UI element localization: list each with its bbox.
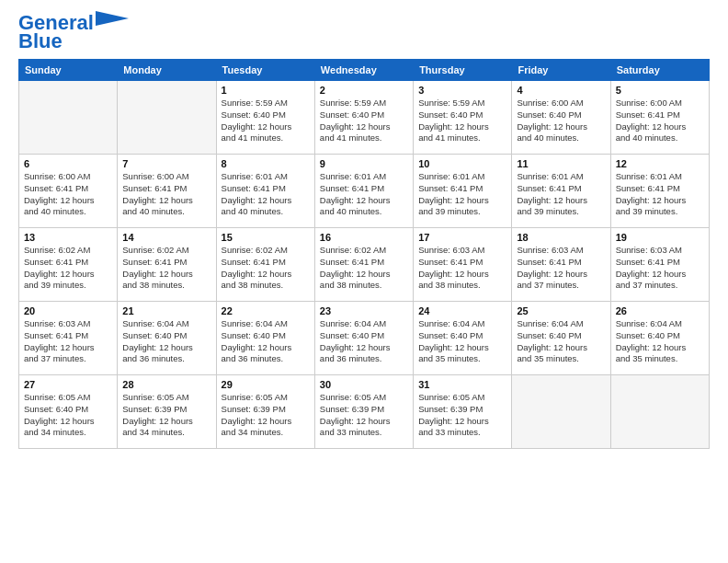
day-info: Sunrise: 5:59 AM Sunset: 6:40 PM Dayligh… <box>418 98 506 144</box>
day-number: 1 <box>222 85 310 96</box>
day-info: Sunrise: 6:02 AM Sunset: 6:41 PM Dayligh… <box>24 245 112 292</box>
calendar-cell: 16Sunrise: 6:02 AM Sunset: 6:41 PM Dayli… <box>314 228 413 302</box>
calendar-cell: 18Sunrise: 6:03 AM Sunset: 6:41 PM Dayli… <box>512 228 610 302</box>
day-number: 13 <box>24 232 112 243</box>
calendar-cell: 24Sunrise: 6:04 AM Sunset: 6:40 PM Dayli… <box>414 302 512 375</box>
calendar-cell: 27Sunrise: 6:05 AM Sunset: 6:40 PM Dayli… <box>19 375 118 449</box>
weekday-header-sunday: Sunday <box>19 60 118 81</box>
calendar-cell <box>512 375 610 449</box>
calendar-cell: 28Sunrise: 6:05 AM Sunset: 6:39 PM Dayli… <box>118 375 216 449</box>
logo-blue-text: Blue <box>18 31 63 52</box>
day-number: 2 <box>320 85 408 96</box>
day-info: Sunrise: 6:04 AM Sunset: 6:40 PM Dayligh… <box>320 318 408 365</box>
calendar-cell: 15Sunrise: 6:02 AM Sunset: 6:41 PM Dayli… <box>216 228 314 302</box>
day-number: 7 <box>122 158 210 169</box>
weekday-header-tuesday: Tuesday <box>216 60 314 81</box>
day-number: 19 <box>616 232 704 243</box>
day-number: 9 <box>320 158 408 169</box>
day-info: Sunrise: 6:02 AM Sunset: 6:41 PM Dayligh… <box>222 245 310 292</box>
weekday-header-thursday: Thursday <box>414 60 512 81</box>
day-info: Sunrise: 6:05 AM Sunset: 6:39 PM Dayligh… <box>222 392 310 439</box>
weekday-header-saturday: Saturday <box>610 60 709 81</box>
day-number: 12 <box>616 158 704 169</box>
day-info: Sunrise: 6:04 AM Sunset: 6:40 PM Dayligh… <box>222 318 310 365</box>
day-number: 24 <box>418 305 506 316</box>
weekday-header-wednesday: Wednesday <box>314 60 413 81</box>
calendar-cell: 9Sunrise: 6:01 AM Sunset: 6:41 PM Daylig… <box>314 155 413 228</box>
day-number: 31 <box>418 379 506 390</box>
day-info: Sunrise: 6:01 AM Sunset: 6:41 PM Dayligh… <box>320 171 408 218</box>
calendar-cell: 7Sunrise: 6:00 AM Sunset: 6:41 PM Daylig… <box>118 155 216 228</box>
calendar-cell: 11Sunrise: 6:01 AM Sunset: 6:41 PM Dayli… <box>512 155 610 228</box>
day-info: Sunrise: 5:59 AM Sunset: 6:40 PM Dayligh… <box>320 98 408 144</box>
day-number: 5 <box>616 85 704 96</box>
day-number: 14 <box>122 232 210 243</box>
day-number: 8 <box>222 158 310 169</box>
calendar-cell: 2Sunrise: 5:59 AM Sunset: 6:40 PM Daylig… <box>314 81 413 155</box>
calendar-cell: 5Sunrise: 6:00 AM Sunset: 6:41 PM Daylig… <box>610 81 709 155</box>
calendar-cell <box>118 81 216 155</box>
day-number: 6 <box>24 158 112 169</box>
calendar-cell <box>19 81 118 155</box>
day-info: Sunrise: 6:03 AM Sunset: 6:41 PM Dayligh… <box>517 245 605 292</box>
day-number: 17 <box>418 232 506 243</box>
calendar-cell: 26Sunrise: 6:04 AM Sunset: 6:40 PM Dayli… <box>610 302 709 375</box>
day-info: Sunrise: 6:01 AM Sunset: 6:41 PM Dayligh… <box>222 171 310 218</box>
day-number: 29 <box>222 379 310 390</box>
calendar-week-row: 20Sunrise: 6:03 AM Sunset: 6:41 PM Dayli… <box>19 302 710 375</box>
day-number: 20 <box>24 305 112 316</box>
day-number: 18 <box>517 232 605 243</box>
calendar-cell: 1Sunrise: 5:59 AM Sunset: 6:40 PM Daylig… <box>216 81 314 155</box>
day-info: Sunrise: 6:05 AM Sunset: 6:40 PM Dayligh… <box>24 392 112 439</box>
day-info: Sunrise: 6:00 AM Sunset: 6:40 PM Dayligh… <box>517 98 605 144</box>
day-info: Sunrise: 6:00 AM Sunset: 6:41 PM Dayligh… <box>616 98 704 144</box>
calendar-week-row: 1Sunrise: 5:59 AM Sunset: 6:40 PM Daylig… <box>19 81 710 155</box>
day-info: Sunrise: 6:01 AM Sunset: 6:41 PM Dayligh… <box>418 171 506 218</box>
day-info: Sunrise: 6:04 AM Sunset: 6:40 PM Dayligh… <box>418 318 506 365</box>
day-info: Sunrise: 6:04 AM Sunset: 6:40 PM Dayligh… <box>122 318 210 365</box>
calendar-cell: 17Sunrise: 6:03 AM Sunset: 6:41 PM Dayli… <box>414 228 512 302</box>
day-number: 15 <box>222 232 310 243</box>
calendar-cell: 8Sunrise: 6:01 AM Sunset: 6:41 PM Daylig… <box>216 155 314 228</box>
calendar-week-row: 6Sunrise: 6:00 AM Sunset: 6:41 PM Daylig… <box>19 155 710 228</box>
day-info: Sunrise: 6:05 AM Sunset: 6:39 PM Dayligh… <box>122 392 210 439</box>
calendar-cell: 4Sunrise: 6:00 AM Sunset: 6:40 PM Daylig… <box>512 81 610 155</box>
day-number: 26 <box>616 305 704 316</box>
day-info: Sunrise: 6:05 AM Sunset: 6:39 PM Dayligh… <box>418 392 506 439</box>
day-info: Sunrise: 6:02 AM Sunset: 6:41 PM Dayligh… <box>320 245 408 292</box>
weekday-header-friday: Friday <box>512 60 610 81</box>
day-info: Sunrise: 6:05 AM Sunset: 6:39 PM Dayligh… <box>320 392 408 439</box>
day-number: 22 <box>222 305 310 316</box>
day-number: 4 <box>517 85 605 96</box>
day-number: 25 <box>517 305 605 316</box>
calendar-cell: 14Sunrise: 6:02 AM Sunset: 6:41 PM Dayli… <box>118 228 216 302</box>
svg-marker-0 <box>96 11 129 26</box>
logo: General Blue <box>18 13 129 52</box>
calendar-cell: 6Sunrise: 6:00 AM Sunset: 6:41 PM Daylig… <box>19 155 118 228</box>
calendar-week-row: 27Sunrise: 6:05 AM Sunset: 6:40 PM Dayli… <box>19 375 710 449</box>
calendar-cell: 19Sunrise: 6:03 AM Sunset: 6:41 PM Dayli… <box>610 228 709 302</box>
day-number: 11 <box>517 158 605 169</box>
header: General Blue <box>18 9 710 52</box>
day-number: 10 <box>418 158 506 169</box>
day-info: Sunrise: 6:02 AM Sunset: 6:41 PM Dayligh… <box>122 245 210 292</box>
day-number: 16 <box>320 232 408 243</box>
calendar-week-row: 13Sunrise: 6:02 AM Sunset: 6:41 PM Dayli… <box>19 228 710 302</box>
day-number: 28 <box>122 379 210 390</box>
calendar-cell: 22Sunrise: 6:04 AM Sunset: 6:40 PM Dayli… <box>216 302 314 375</box>
day-number: 21 <box>122 305 210 316</box>
day-info: Sunrise: 6:01 AM Sunset: 6:41 PM Dayligh… <box>517 171 605 218</box>
calendar-cell: 21Sunrise: 6:04 AM Sunset: 6:40 PM Dayli… <box>118 302 216 375</box>
day-info: Sunrise: 6:04 AM Sunset: 6:40 PM Dayligh… <box>517 318 605 365</box>
calendar-cell: 30Sunrise: 6:05 AM Sunset: 6:39 PM Dayli… <box>314 375 413 449</box>
day-number: 27 <box>24 379 112 390</box>
day-number: 23 <box>320 305 408 316</box>
day-info: Sunrise: 6:03 AM Sunset: 6:41 PM Dayligh… <box>418 245 506 292</box>
day-number: 30 <box>320 379 408 390</box>
logo-flag-icon <box>96 11 129 31</box>
calendar-cell: 25Sunrise: 6:04 AM Sunset: 6:40 PM Dayli… <box>512 302 610 375</box>
day-info: Sunrise: 6:04 AM Sunset: 6:40 PM Dayligh… <box>616 318 704 365</box>
day-info: Sunrise: 6:03 AM Sunset: 6:41 PM Dayligh… <box>24 318 112 365</box>
calendar-cell: 3Sunrise: 5:59 AM Sunset: 6:40 PM Daylig… <box>414 81 512 155</box>
calendar-cell: 29Sunrise: 6:05 AM Sunset: 6:39 PM Dayli… <box>216 375 314 449</box>
